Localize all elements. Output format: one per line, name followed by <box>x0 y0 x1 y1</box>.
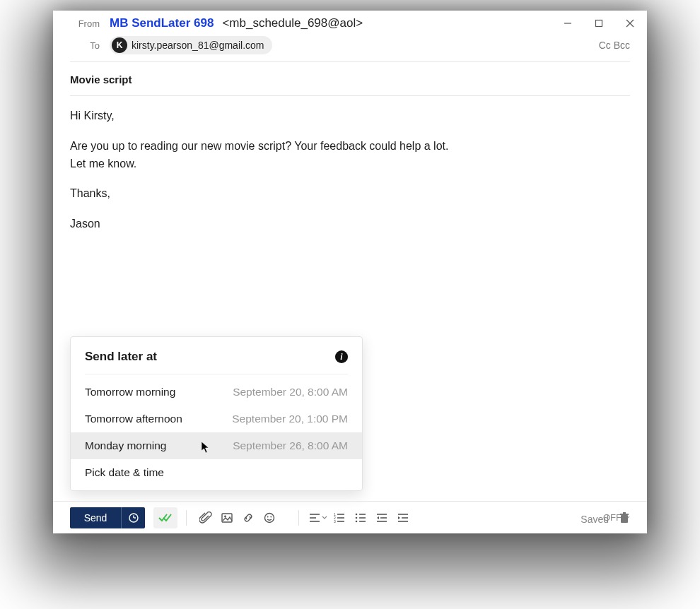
separator <box>186 510 187 526</box>
email-body[interactable]: Hi Kirsty, Are you up to reading our new… <box>53 96 647 257</box>
recipient-chip[interactable]: K kirsty.pearson_81@gmail.com <box>110 36 272 54</box>
option-label: Monday morning <box>85 439 166 452</box>
svg-text:3: 3 <box>334 519 336 523</box>
outdent-icon[interactable] <box>371 507 392 528</box>
svg-point-8 <box>224 515 226 517</box>
bullet-list-icon[interactable] <box>350 507 371 528</box>
double-check-button[interactable] <box>153 507 177 528</box>
svg-point-21 <box>356 513 358 515</box>
from-label: From <box>70 18 110 29</box>
maximize-button[interactable] <box>585 15 613 32</box>
close-button[interactable] <box>616 15 644 32</box>
minimize-button[interactable] <box>554 15 582 32</box>
window-controls <box>554 15 644 32</box>
option-time: September 20, 8:00 AM <box>233 386 348 398</box>
svg-point-11 <box>270 516 272 517</box>
popup-title: Send later at <box>85 350 157 364</box>
avatar: K <box>112 37 127 53</box>
to-label: To <box>70 40 110 51</box>
svg-rect-35 <box>623 512 626 514</box>
option-label: Tomorrow morning <box>85 386 175 398</box>
body-signature: Jason <box>70 215 630 233</box>
mouse-cursor-icon <box>201 441 211 457</box>
discard-draft-button[interactable] <box>619 512 630 526</box>
compose-toolbar: Send <box>53 501 647 533</box>
link-icon[interactable] <box>238 507 259 528</box>
emoji-icon[interactable] <box>259 507 280 528</box>
svg-point-23 <box>356 520 358 522</box>
option-time: September 26, 8:00 AM <box>233 439 348 452</box>
send-later-option-pick-date-time[interactable]: Pick date & time <box>71 459 362 490</box>
send-later-option-monday-morning[interactable]: Monday morning September 26, 8:00 AM <box>71 432 362 459</box>
svg-point-22 <box>356 516 358 519</box>
send-later-option-tomorrow-morning[interactable]: Tomorrow morning September 20, 8:00 AM <box>71 379 362 406</box>
attach-icon[interactable] <box>195 507 216 528</box>
saved-indicator: Saved <box>581 514 609 525</box>
indent-icon[interactable] <box>392 507 414 528</box>
send-later-button[interactable] <box>121 507 145 528</box>
svg-rect-34 <box>620 514 629 515</box>
send-later-popup: Send later at i Tomorrow morning Septemb… <box>70 336 363 491</box>
option-label: Tomorrow afternoon <box>85 413 182 425</box>
option-time: September 20, 1:00 PM <box>232 413 348 425</box>
svg-point-9 <box>265 513 274 522</box>
cc-bcc-toggle[interactable]: Cc Bcc <box>599 40 630 51</box>
numbered-list-icon[interactable]: 123 <box>329 507 350 528</box>
body-thanks: Thanks, <box>70 185 630 203</box>
align-icon[interactable] <box>308 507 329 528</box>
svg-rect-1 <box>596 20 602 27</box>
svg-point-10 <box>267 516 269 517</box>
from-account-name[interactable]: MB SendLater 698 <box>110 16 214 30</box>
info-icon[interactable]: i <box>335 350 348 363</box>
body-paragraph: Are you up to reading our new movie scri… <box>70 138 630 173</box>
recipient-email: kirsty.pearson_81@gmail.com <box>132 40 264 51</box>
subject-field[interactable]: Movie script <box>53 62 647 95</box>
svg-rect-33 <box>621 515 628 523</box>
body-greeting: Hi Kirsty, <box>70 107 630 125</box>
option-label: Pick date & time <box>85 466 164 479</box>
image-icon[interactable] <box>216 507 238 528</box>
send-button[interactable]: Send <box>70 507 121 528</box>
divider <box>85 374 348 374</box>
from-account-address: <mb_schedule_698@aol> <box>222 16 363 30</box>
separator <box>298 510 299 526</box>
compose-window: From MB SendLater 698 <mb_schedule_698@a… <box>53 11 647 533</box>
send-later-option-tomorrow-afternoon[interactable]: Tomorrow afternoon September 20, 1:00 PM <box>71 406 362 432</box>
